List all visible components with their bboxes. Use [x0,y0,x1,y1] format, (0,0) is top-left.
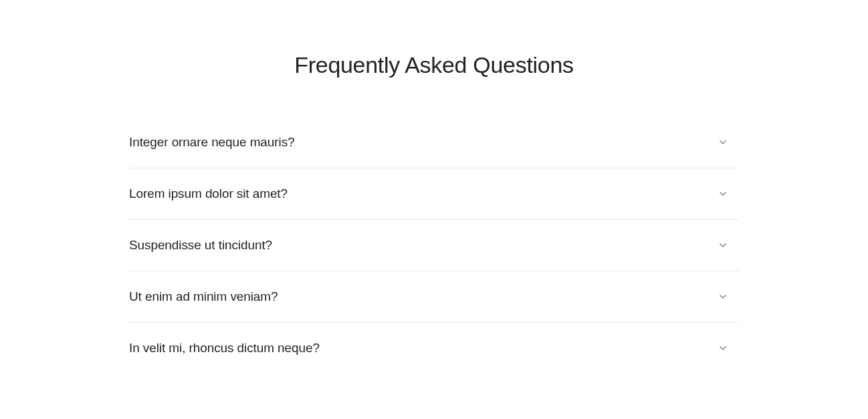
accordion-question: Ut enim ad minim veniam? [129,289,278,304]
accordion-header[interactable]: Lorem ipsum dolor sit amet? [129,168,739,219]
accordion-item: Integer ornare neque mauris? [129,117,739,168]
accordion-item: Ut enim ad minim veniam? [129,271,739,323]
chevron-down-icon [718,240,728,251]
chevron-down-icon [718,291,728,302]
faq-container: Frequently Asked Questions Integer ornar… [129,52,739,374]
accordion-item: In velit mi, rhoncus dictum neque? [129,323,739,374]
accordion-item: Lorem ipsum dolor sit amet? [129,168,739,220]
accordion-header[interactable]: Ut enim ad minim veniam? [129,271,739,322]
accordion-question: Integer ornare neque mauris? [129,135,295,150]
accordion-header[interactable]: Suspendisse ut tincidunt? [129,220,739,271]
chevron-down-icon [718,137,728,148]
accordion-item: Suspendisse ut tincidunt? [129,220,739,271]
accordion-question: In velit mi, rhoncus dictum neque? [129,341,320,356]
accordion-header[interactable]: Integer ornare neque mauris? [129,117,739,168]
accordion: Integer ornare neque mauris? Lorem ipsum… [129,117,739,374]
accordion-header[interactable]: In velit mi, rhoncus dictum neque? [129,323,739,374]
chevron-down-icon [718,343,728,354]
page-title: Frequently Asked Questions [129,52,739,78]
accordion-question: Lorem ipsum dolor sit amet? [129,186,288,201]
accordion-question: Suspendisse ut tincidunt? [129,238,272,253]
chevron-down-icon [718,188,728,199]
